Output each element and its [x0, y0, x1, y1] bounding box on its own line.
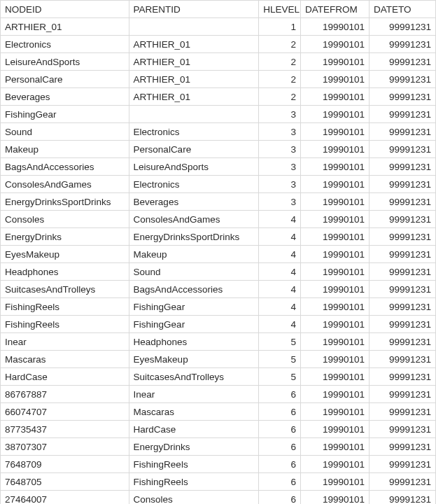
header-nodeid[interactable]: NODEID: [1, 1, 129, 18]
cell-parentid[interactable]: ARTHIER_01: [129, 53, 259, 71]
cell-dateto[interactable]: 99991231: [370, 368, 436, 386]
cell-parentid[interactable]: FishingReels: [129, 473, 259, 491]
cell-nodeid[interactable]: ConsolesAndGames: [1, 176, 129, 193]
cell-hlevel[interactable]: 3: [259, 106, 301, 123]
cell-datefrom[interactable]: 19990101: [301, 176, 370, 193]
table-row[interactable]: BagsAndAccessoriesLeisureAndSports319990…: [1, 158, 436, 176]
cell-parentid[interactable]: FishingGear: [129, 316, 259, 333]
cell-dateto[interactable]: 99991231: [370, 193, 436, 211]
cell-nodeid[interactable]: Makeup: [1, 141, 129, 158]
cell-hlevel[interactable]: 4: [259, 246, 301, 263]
table-row[interactable]: 87735437HardCase61999010199991231: [1, 421, 436, 438]
table-row[interactable]: 7648709FishingReels61999010199991231: [1, 456, 436, 473]
cell-datefrom[interactable]: 19990101: [301, 18, 370, 36]
cell-dateto[interactable]: 99991231: [370, 386, 436, 403]
table-row[interactable]: PersonalCareARTHIER_0121999010199991231: [1, 71, 436, 88]
table-row[interactable]: FishingReelsFishingGear41999010199991231: [1, 316, 436, 333]
cell-datefrom[interactable]: 19990101: [301, 263, 370, 281]
cell-parentid[interactable]: Consoles: [129, 491, 259, 505]
cell-parentid[interactable]: Beverages: [129, 193, 259, 211]
cell-dateto[interactable]: 99991231: [370, 263, 436, 281]
cell-dateto[interactable]: 99991231: [370, 106, 436, 123]
cell-dateto[interactable]: 99991231: [370, 36, 436, 53]
table-row[interactable]: 38707307EnergyDrinks61999010199991231: [1, 438, 436, 456]
cell-nodeid[interactable]: FishingReels: [1, 316, 129, 333]
cell-dateto[interactable]: 99991231: [370, 438, 436, 456]
cell-hlevel[interactable]: 6: [259, 386, 301, 403]
table-row[interactable]: 86767887Inear61999010199991231: [1, 386, 436, 403]
cell-hlevel[interactable]: 6: [259, 473, 301, 491]
cell-parentid[interactable]: Electronics: [129, 176, 259, 193]
cell-hlevel[interactable]: 2: [259, 71, 301, 88]
cell-hlevel[interactable]: 4: [259, 211, 301, 228]
cell-hlevel[interactable]: 6: [259, 456, 301, 473]
cell-parentid[interactable]: Headphones: [129, 333, 259, 351]
cell-datefrom[interactable]: 19990101: [301, 473, 370, 491]
cell-nodeid[interactable]: EyesMakeup: [1, 246, 129, 263]
cell-nodeid[interactable]: ARTHIER_01: [1, 18, 129, 36]
cell-hlevel[interactable]: 5: [259, 351, 301, 368]
cell-dateto[interactable]: 99991231: [370, 158, 436, 176]
cell-dateto[interactable]: 99991231: [370, 281, 436, 298]
cell-nodeid[interactable]: 86767887: [1, 386, 129, 403]
cell-hlevel[interactable]: 3: [259, 176, 301, 193]
cell-nodeid[interactable]: 66074707: [1, 403, 129, 421]
cell-dateto[interactable]: 99991231: [370, 246, 436, 263]
cell-nodeid[interactable]: Inear: [1, 333, 129, 351]
cell-dateto[interactable]: 99991231: [370, 53, 436, 71]
cell-parentid[interactable]: EnergyDrinksSportDrinks: [129, 228, 259, 246]
table-row[interactable]: SuitcasesAndTrolleysBagsAndAccessories41…: [1, 281, 436, 298]
cell-nodeid[interactable]: FishingReels: [1, 298, 129, 316]
cell-datefrom[interactable]: 19990101: [301, 333, 370, 351]
cell-parentid[interactable]: Inear: [129, 386, 259, 403]
table-row[interactable]: 66074707Mascaras61999010199991231: [1, 403, 436, 421]
cell-hlevel[interactable]: 3: [259, 158, 301, 176]
cell-datefrom[interactable]: 19990101: [301, 421, 370, 438]
cell-hlevel[interactable]: 4: [259, 316, 301, 333]
table-row[interactable]: EyesMakeupMakeup41999010199991231: [1, 246, 436, 263]
table-row[interactable]: BeveragesARTHIER_0121999010199991231: [1, 88, 436, 106]
cell-datefrom[interactable]: 19990101: [301, 491, 370, 505]
cell-hlevel[interactable]: 3: [259, 141, 301, 158]
cell-nodeid[interactable]: FishingGear: [1, 106, 129, 123]
cell-datefrom[interactable]: 19990101: [301, 281, 370, 298]
cell-datefrom[interactable]: 19990101: [301, 298, 370, 316]
cell-hlevel[interactable]: 3: [259, 193, 301, 211]
table-row[interactable]: LeisureAndSportsARTHIER_0121999010199991…: [1, 53, 436, 71]
cell-nodeid[interactable]: HardCase: [1, 368, 129, 386]
cell-dateto[interactable]: 99991231: [370, 351, 436, 368]
table-row[interactable]: 7648705FishingReels61999010199991231: [1, 473, 436, 491]
cell-dateto[interactable]: 99991231: [370, 176, 436, 193]
cell-dateto[interactable]: 99991231: [370, 456, 436, 473]
cell-hlevel[interactable]: 4: [259, 298, 301, 316]
cell-hlevel[interactable]: 6: [259, 421, 301, 438]
cell-datefrom[interactable]: 19990101: [301, 158, 370, 176]
header-parentid[interactable]: PARENTID: [129, 1, 259, 18]
cell-parentid[interactable]: Mascaras: [129, 403, 259, 421]
cell-parentid[interactable]: PersonalCare: [129, 141, 259, 158]
cell-nodeid[interactable]: 27464007: [1, 491, 129, 505]
cell-nodeid[interactable]: PersonalCare: [1, 71, 129, 88]
cell-hlevel[interactable]: 4: [259, 263, 301, 281]
cell-dateto[interactable]: 99991231: [370, 71, 436, 88]
cell-datefrom[interactable]: 19990101: [301, 36, 370, 53]
cell-nodeid[interactable]: Consoles: [1, 211, 129, 228]
cell-hlevel[interactable]: 1: [259, 18, 301, 36]
header-hlevel[interactable]: HLEVEL: [259, 1, 301, 18]
cell-parentid[interactable]: FishingGear: [129, 298, 259, 316]
cell-dateto[interactable]: 99991231: [370, 211, 436, 228]
cell-parentid[interactable]: EyesMakeup: [129, 351, 259, 368]
cell-datefrom[interactable]: 19990101: [301, 316, 370, 333]
cell-nodeid[interactable]: Headphones: [1, 263, 129, 281]
table-row[interactable]: FishingGear31999010199991231: [1, 106, 436, 123]
cell-nodeid[interactable]: 38707307: [1, 438, 129, 456]
cell-datefrom[interactable]: 19990101: [301, 193, 370, 211]
cell-datefrom[interactable]: 19990101: [301, 368, 370, 386]
cell-hlevel[interactable]: 5: [259, 368, 301, 386]
cell-parentid[interactable]: EnergyDrinks: [129, 438, 259, 456]
cell-nodeid[interactable]: 87735437: [1, 421, 129, 438]
cell-datefrom[interactable]: 19990101: [301, 141, 370, 158]
table-row[interactable]: ElectronicsARTHIER_0121999010199991231: [1, 36, 436, 53]
cell-datefrom[interactable]: 19990101: [301, 211, 370, 228]
cell-datefrom[interactable]: 19990101: [301, 386, 370, 403]
